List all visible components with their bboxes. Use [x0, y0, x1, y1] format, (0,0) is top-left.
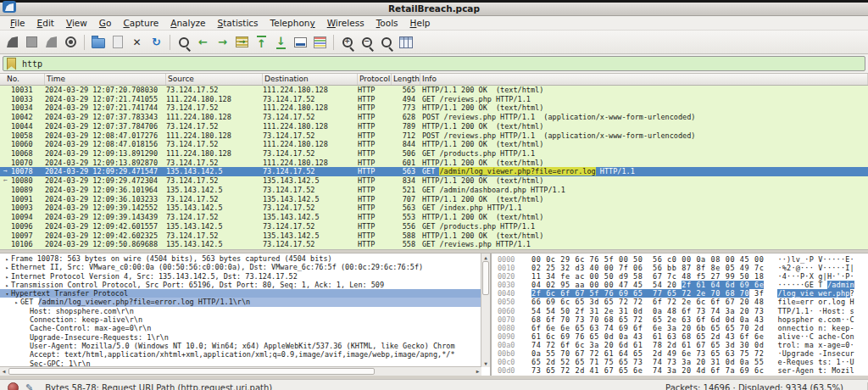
- hex-row-0000[interactable]: 000000 0c 29 6c 76 5f 00 50 56 c0 00 0a …: [492, 255, 868, 264]
- close-file-button[interactable]: ✕: [127, 32, 147, 52]
- capture-comment-icon[interactable]: ✎: [25, 382, 33, 390]
- scrollbar-thumb[interactable]: [482, 261, 489, 295]
- packet-row-10060[interactable]: 100602024-03-29 12:08:47.01815673.124.17…: [0, 140, 868, 149]
- menu-wireless[interactable]: Wireless: [321, 16, 370, 30]
- detail-line-2[interactable]: ▸Internet Protocol Version 4, Src: 135.1…: [0, 272, 481, 281]
- capture-options-button[interactable]: [61, 32, 81, 52]
- display-filter-input[interactable]: http: [3, 56, 865, 71]
- hex-row-0060[interactable]: 006054 54 50 2f 31 2e 31 0d 0a 48 6f 73 …: [492, 307, 868, 315]
- column-header-time[interactable]: Time: [45, 74, 166, 85]
- find-packet-button[interactable]: [174, 32, 193, 52]
- packet-row-10042[interactable]: 100422024-03-29 12:07:37.783343111.224.1…: [0, 113, 868, 122]
- scroll-down-arrow[interactable]: ▼: [481, 359, 490, 367]
- hex-offset: 0060: [492, 307, 523, 315]
- column-header-info[interactable]: Info: [420, 74, 868, 85]
- menu-statistics[interactable]: Statistics: [212, 16, 264, 30]
- column-header-length[interactable]: Length: [392, 74, 420, 85]
- save-file-button[interactable]: [108, 32, 127, 52]
- open-file-button[interactable]: [88, 32, 108, 52]
- go-to-packet-button[interactable]: →: [232, 32, 252, 52]
- packet-row-10106[interactable]: 101062024-03-29 12:09:50.869688135.143.1…: [0, 240, 868, 249]
- stop-capture-button[interactable]: [22, 32, 42, 52]
- menu-file[interactable]: File: [4, 16, 31, 30]
- scrollbar-thumb[interactable]: [8, 368, 375, 375]
- packet-row-10080[interactable]: ←100802024-03-29 12:09:29.47230473.124.1…: [0, 176, 868, 186]
- cell-length: 556: [392, 222, 420, 231]
- hex-row-0040[interactable]: 00402f 6c 6f 67 5f 76 69 65 77 65 72 2e …: [492, 289, 868, 298]
- column-header-destination[interactable]: Destination: [263, 74, 358, 85]
- zoom-original-button[interactable]: [376, 32, 396, 52]
- restart-capture-button[interactable]: [42, 32, 61, 52]
- packet-row-10068[interactable]: 100682024-03-29 12:09:13.891290111.224.1…: [0, 149, 868, 159]
- menu-tools[interactable]: Tools: [370, 16, 404, 30]
- scroll-right-arrow[interactable]: ▶: [474, 367, 481, 375]
- menu-go[interactable]: Go: [93, 16, 118, 30]
- go-last-packet-button[interactable]: ↓: [271, 32, 291, 52]
- menu-telephony[interactable]: Telephony: [264, 16, 321, 30]
- packet-row-10034[interactable]: 100342024-03-29 12:07:21.74174473.124.17…: [0, 103, 868, 113]
- zoom-in-button[interactable]: +: [337, 32, 357, 52]
- hex-row-0020[interactable]: 002011 34 fe ac 00 50 d9 58 67 7c 48 f5 …: [492, 272, 868, 281]
- packet-row-10031[interactable]: 100312024-03-29 12:07:20.70803073.124.17…: [0, 86, 868, 95]
- hex-row-00c0[interactable]: 00c065 2d 52 65 71 75 65 73 74 73 3a 20 …: [492, 358, 868, 366]
- hex-row-00d0[interactable]: 00d073 65 72 2d 41 67 65 6e 74 3a 20 4d …: [492, 366, 868, 375]
- packet-row-10078[interactable]: →100782024-03-29 12:09:29.471547135.143.…: [0, 167, 868, 176]
- detail-line-5[interactable]: ▸GET /admin/log_viewer.php?file=error.lo…: [0, 298, 481, 306]
- packet-row-10044[interactable]: 100442024-03-29 12:07:37.78470673.124.17…: [0, 122, 868, 131]
- colorize-button[interactable]: [310, 32, 330, 52]
- hex-row-0030[interactable]: 003004 02 95 aa 00 00 47 45 54 20 2f 61 …: [492, 281, 868, 289]
- scroll-up-arrow[interactable]: ▲: [481, 254, 490, 261]
- go-forward-button[interactable]: →: [213, 32, 232, 52]
- bookmark-icon[interactable]: [7, 58, 16, 70]
- packet-row-10096[interactable]: 100962024-03-29 12:09:42.601557135.143.1…: [0, 222, 868, 231]
- packet-row-10097[interactable]: 100972024-03-29 12:09:42.60232573.124.17…: [0, 231, 868, 241]
- hex-row-00a0[interactable]: 00a074 72 6f 6c 3a 20 6d 61 78 2d 61 67 …: [492, 341, 868, 349]
- menu-view[interactable]: View: [60, 16, 93, 30]
- hex-row-0050[interactable]: 005066 69 6c 65 3d 65 72 72 6f 72 2e 6c …: [492, 298, 868, 306]
- menu-capture[interactable]: Capture: [117, 16, 164, 30]
- expand-arrow-icon[interactable]: ▾: [3, 290, 11, 298]
- detail-line-10[interactable]: User-Agent: Mozilla/5.0 (Windows NT 10.0…: [0, 342, 481, 350]
- menu-edit[interactable]: Edit: [31, 16, 60, 30]
- go-back-button[interactable]: ←: [193, 32, 213, 52]
- detail-line-0[interactable]: ▸Frame 10078: 563 bytes on wire (4504 bi…: [0, 254, 481, 263]
- menu-help[interactable]: Help: [404, 16, 437, 30]
- zoom-out-button[interactable]: −: [357, 32, 376, 52]
- packet-row-10089[interactable]: 100892024-03-29 12:09:36.101964135.143.1…: [0, 186, 868, 195]
- detail-line-3[interactable]: ▸Transmission Control Protocol, Src Port…: [0, 281, 481, 289]
- hex-row-0090[interactable]: 009061 6c 69 76 65 0d 0a 43 61 63 68 65 …: [492, 332, 868, 341]
- expand-arrow-icon[interactable]: ▸: [13, 298, 20, 307]
- details-horizontal-scrollbar[interactable]: ◀ ▶: [0, 366, 481, 376]
- column-header-no[interactable]: No.: [0, 74, 45, 85]
- resize-columns-button[interactable]: [396, 32, 415, 52]
- packet-row-10033[interactable]: 100332024-03-29 12:07:21.741055111.224.1…: [0, 95, 868, 104]
- column-header-source[interactable]: Source: [166, 74, 263, 85]
- menu-analyze[interactable]: Analyze: [164, 16, 211, 30]
- detail-line-1[interactable]: ▸Ethernet II, Src: VMware_c0:00:0a (00:5…: [0, 263, 481, 271]
- packet-row-10094[interactable]: 100942024-03-29 12:09:39.14343973.124.17…: [0, 213, 868, 222]
- column-header-protocol[interactable]: Protocol: [358, 74, 392, 85]
- go-first-packet-button[interactable]: ↑: [252, 32, 271, 52]
- hex-row-0080[interactable]: 00806f 6e 6e 65 63 74 69 6f 6e 3a 20 6b …: [492, 324, 868, 332]
- hex-row-00b0[interactable]: 00b00a 55 70 67 72 61 64 65 2d 49 6e 73 …: [492, 349, 868, 358]
- title-bar[interactable]: RetailBreach.pcap: [0, 3, 868, 16]
- hex-row-0010[interactable]: 001002 25 32 d3 40 00 7f 06 56 bb 87 8f …: [492, 264, 868, 272]
- reload-file-button[interactable]: ↻: [147, 32, 166, 52]
- details-vertical-scrollbar[interactable]: ▲ ▼: [481, 254, 490, 367]
- packet-row-10091[interactable]: 100912024-03-29 12:09:36.10323373.124.17…: [0, 195, 868, 204]
- hex-row-0070[interactable]: 007068 6f 70 73 70 68 65 72 65 2e 63 6f …: [492, 315, 868, 324]
- cell-source: 73.124.17.52: [166, 159, 263, 168]
- auto-scroll-button[interactable]: [291, 32, 310, 52]
- scroll-left-arrow[interactable]: ◀: [0, 367, 8, 375]
- detail-line-6[interactable]: Host: shopsphere.com\r\n: [0, 307, 481, 315]
- packet-row-10070[interactable]: 100702024-03-29 12:09:13.89287073.124.17…: [0, 159, 868, 168]
- packet-row-10093[interactable]: 100932024-03-29 12:09:39.142552135.143.1…: [0, 203, 868, 213]
- detail-line-9[interactable]: Upgrade-Insecure-Requests: 1\r\n: [0, 333, 481, 342]
- detail-line-4[interactable]: ▾Hypertext Transfer Protocol: [0, 289, 481, 298]
- detail-line-7[interactable]: Connection: keep-alive\r\n: [0, 315, 481, 324]
- packet-row-10058[interactable]: 100582024-03-29 12:08:47.017276111.224.1…: [0, 131, 868, 141]
- expert-info-icon[interactable]: [8, 382, 19, 390]
- detail-line-11[interactable]: Accept: text/html,application/xhtml+xml,…: [0, 350, 481, 359]
- start-capture-button[interactable]: [3, 32, 22, 52]
- detail-line-8[interactable]: Cache-Control: max-age=0\r\n: [0, 324, 481, 332]
